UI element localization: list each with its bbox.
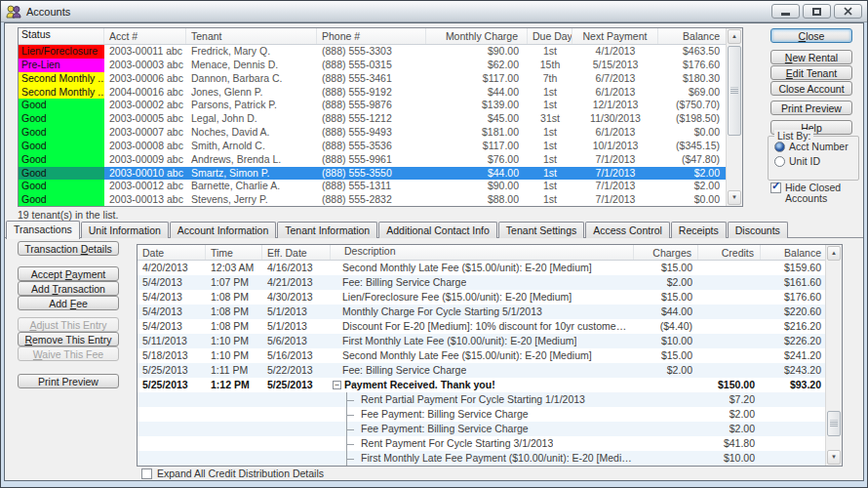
column-header-next[interactable]: Next Payment: [572, 28, 658, 44]
add-transaction-button[interactable]: Add Transaction: [18, 281, 119, 296]
column-header-due[interactable]: Due Day: [528, 28, 572, 44]
list-by-option[interactable]: Unit ID: [774, 155, 858, 167]
column-header-credits[interactable]: Credits: [698, 245, 761, 260]
table-row[interactable]: Good 2003-00005 abc Legal, John D. (888)…: [19, 112, 728, 126]
table-row[interactable]: 5/4/2013 1:08 PM 5/1/2013 Discount For E…: [138, 319, 827, 334]
table-row[interactable]: Good 2003-00012 abc Barnette, Charlie A.…: [19, 180, 728, 193]
close-window-button[interactable]: [834, 4, 862, 19]
table-row[interactable]: 5/18/2013 1:10 PM 5/16/2013 Second Month…: [138, 348, 827, 363]
edit-tenant-button[interactable]: Edit Tenant: [770, 65, 852, 80]
charges-cell: $2.00: [634, 363, 698, 378]
balance-cell: [761, 436, 827, 451]
column-header-time[interactable]: Time: [206, 245, 262, 260]
column-header-balance[interactable]: Balance: [658, 28, 728, 44]
column-header-tenant[interactable]: Tenant: [186, 28, 317, 44]
time-cell: [206, 422, 262, 436]
tab-access-control[interactable]: Access Control: [585, 222, 670, 238]
table-row[interactable]: 4/20/2013 12:03 AM 4/16/2013 Second Mont…: [138, 261, 827, 275]
tab-transactions[interactable]: Transactions: [6, 221, 80, 239]
column-header-effdate[interactable]: Eff. Date: [262, 245, 331, 260]
table-row[interactable]: Second Monthly ... 2003-00006 abc Dannon…: [19, 72, 728, 86]
scroll-up-icon[interactable]: [728, 29, 741, 44]
tab-receipts[interactable]: Receipts: [671, 222, 727, 238]
scroll-down-icon[interactable]: [827, 450, 841, 465]
description-cell: Fee: Billing Service Charge: [331, 275, 634, 290]
description-text: Discount For E-20 [Medium]: 10% discount…: [342, 319, 626, 334]
scroll-down-icon[interactable]: [728, 190, 741, 205]
accept-payment-button[interactable]: Accept Payment: [18, 266, 119, 281]
scrollbar-thumb[interactable]: [827, 411, 841, 436]
add-fee-button[interactable]: Add Fee: [18, 296, 119, 310]
table-row[interactable]: Second Monthly Late Fee Payment ($15.00/…: [138, 466, 827, 467]
tree-connector-icon: [346, 422, 358, 436]
close-account-button[interactable]: Close Account: [770, 81, 852, 96]
balance-cell: $243.20: [761, 363, 827, 378]
table-row[interactable]: Second Monthly ... 2004-00016 abc Jones,…: [19, 86, 728, 100]
tab-account-information[interactable]: Account Information: [170, 222, 276, 238]
column-header-status[interactable]: Status: [19, 28, 104, 44]
credits-cell: [698, 305, 761, 319]
close-button[interactable]: Close: [770, 28, 852, 43]
hide-closed-checkbox[interactable]: Hide Closed Accounts: [770, 183, 848, 204]
table-row[interactable]: First Monthly Late Fee Payment ($10.00/u…: [138, 451, 827, 466]
accounts-table-scrollbar[interactable]: [726, 28, 742, 206]
collapse-icon[interactable]: [333, 381, 341, 389]
table-row[interactable]: Rent Payment For Cycle Starting 3/1/2013…: [138, 436, 827, 451]
table-row[interactable]: 5/4/2013 1:07 PM 4/21/2013 Fee: Billing …: [138, 275, 827, 290]
scrollbar-thumb[interactable]: [728, 46, 741, 136]
minimize-button[interactable]: [771, 4, 800, 19]
tab-tenant-settings[interactable]: Tenant Settings: [498, 222, 584, 238]
column-header-phone[interactable]: Phone #: [317, 28, 426, 44]
table-row[interactable]: 5/4/2013 1:08 PM 4/30/2013 Lien/Foreclos…: [138, 290, 827, 305]
table-row[interactable]: 5/4/2013 1:08 PM 5/1/2013 Monthly Charge…: [138, 305, 827, 319]
date-cell: [138, 392, 206, 407]
table-row[interactable]: Good 2003-00010 abc Smartz, Simon P. (88…: [19, 167, 728, 181]
tab-unit-information[interactable]: Unit Information: [81, 222, 169, 238]
tab-tenant-information[interactable]: Tenant Information: [277, 222, 377, 238]
table-row[interactable]: Good 2003-00013 abc Stevens, Jerry P. (8…: [19, 193, 728, 207]
table-row[interactable]: 5/11/2013 1:10 PM 5/6/2013 First Monthly…: [138, 334, 827, 348]
table-row[interactable]: Good 2003-00002 abc Parsons, Patrick P. …: [19, 99, 728, 112]
tenant-cell: Menace, Dennis D.: [186, 59, 317, 72]
table-row[interactable]: Good 2003-00008 abc Smith, Arnold C. (88…: [19, 140, 728, 153]
table-row[interactable]: Fee Payment: Billing Service Charge $2.0…: [138, 407, 827, 422]
transactions-table-scrollbar[interactable]: [825, 245, 842, 466]
phone-cell: (888) 555-3303: [317, 45, 426, 59]
table-row[interactable]: Rent Partial Payment For Cycle Starting …: [138, 392, 827, 407]
monthly-charge-cell: $181.00: [426, 126, 528, 140]
column-header-acct[interactable]: Acct #: [104, 28, 186, 44]
table-row[interactable]: Good 2003-00009 abc Andrews, Brenda L. (…: [19, 153, 728, 167]
tenant-cell: Legal, John D.: [186, 112, 317, 126]
table-row[interactable]: Good 2003-00007 abc Noches, David A. (88…: [19, 126, 728, 140]
table-row[interactable]: Fee Payment: Billing Service Charge $2.0…: [138, 422, 827, 436]
tab-additional-contact-info[interactable]: Additional Contact Info: [378, 222, 497, 238]
column-header-monthly[interactable]: Monthly Charge: [426, 28, 528, 44]
maximize-button[interactable]: [803, 4, 831, 19]
print-preview-button[interactable]: Print Preview: [770, 101, 852, 115]
column-header-date[interactable]: Date: [138, 245, 206, 260]
title-bar[interactable]: Accounts: [1, 1, 867, 22]
acct-cell: 2003-00011 abc: [104, 45, 186, 59]
waive-fee-button: Waive This Fee: [18, 346, 119, 361]
status-cell: Lien/Foreclosure: [19, 45, 104, 59]
print-preview-transactions-button[interactable]: Print Preview: [18, 374, 119, 388]
expand-credit-details-checkbox[interactable]: Expand All Credit Distribution Details: [141, 468, 324, 479]
scroll-up-icon[interactable]: [827, 246, 841, 261]
tenant-count-label: 19 tenant(s) in the list.: [18, 209, 118, 221]
table-row[interactable]: 5/25/2013 1:12 PM 5/25/2013 Payment Rece…: [138, 378, 827, 392]
table-row[interactable]: 5/25/2013 1:11 PM 5/22/2013 Fee: Billing…: [138, 363, 827, 378]
column-header-description[interactable]: Description: [331, 245, 634, 260]
column-header-balance2[interactable]: Balance: [761, 245, 827, 260]
eff-date-cell: 5/25/2013: [262, 378, 331, 392]
tab-discounts[interactable]: Discounts: [728, 222, 788, 238]
new-rental-button[interactable]: New Rental: [770, 50, 852, 64]
list-by-option[interactable]: Acct Number: [774, 141, 858, 152]
status-cell: Pre-Lien: [19, 59, 104, 72]
column-header-charges[interactable]: Charges: [634, 245, 698, 260]
monthly-charge-cell: $117.00: [426, 140, 528, 153]
remove-entry-button[interactable]: Remove This Entry: [18, 332, 119, 346]
transaction-details-button[interactable]: Transaction Details: [18, 241, 119, 256]
tenant-cell: Jones, Glenn P.: [186, 86, 317, 100]
table-row[interactable]: Pre-Lien 2003-00003 abc Menace, Dennis D…: [19, 59, 728, 72]
table-row[interactable]: Lien/Foreclosure 2003-00011 abc Fredrick…: [19, 45, 728, 59]
